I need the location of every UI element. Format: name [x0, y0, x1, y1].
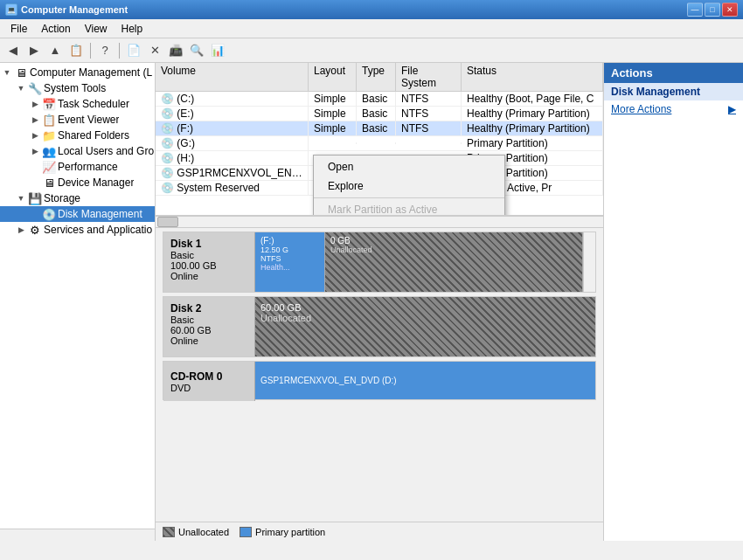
close-button[interactable]: ✕	[722, 3, 738, 17]
table-row[interactable]: 💿 (C:) Simple Basic NTFS Healthy (Boot, …	[156, 92, 603, 107]
legend-primary: Primary partition	[240, 527, 325, 537]
window-controls: — □ ✕	[687, 3, 738, 17]
ctx-open[interactable]: Open	[314, 157, 504, 176]
help-button[interactable]: ?	[95, 41, 115, 60]
tree-label-device-manager: Device Manager	[58, 176, 134, 189]
tree-label-performance: Performance	[58, 161, 118, 173]
tree-item-services[interactable]: ▶ ⚙ Services and Applicatio	[0, 222, 155, 238]
toolbar: ◀ ▶ ▲ 📋 ? 📄 ✕ 📠 🔍 📊	[0, 38, 743, 63]
tree-expand-disk-management	[28, 207, 42, 221]
up-button[interactable]: ▲	[45, 41, 65, 60]
disk-2-unalloc: 60.00 GB Unallocated	[255, 297, 595, 356]
ctx-explore[interactable]: Explore	[314, 176, 504, 196]
tree-item-device-manager[interactable]: 🖥 Device Manager	[0, 175, 155, 190]
app-icon: 💻	[5, 3, 17, 16]
actions-pane: Actions Disk Management More Actions ▶	[603, 63, 743, 541]
tree-label-shared-folders: Shared Folders	[58, 129, 129, 142]
cdrom-info: CD-ROM 0 DVD	[163, 362, 255, 401]
col-layout: Layout	[309, 63, 357, 91]
disk-1-partition-unalloc: 0 GB Unallocated	[325, 232, 583, 292]
actions-header: Actions	[604, 63, 743, 83]
tree-label-system-tools: System Tools	[44, 82, 106, 94]
cdrom-type: DVD	[170, 383, 247, 393]
disk-1-status: Online	[170, 271, 247, 281]
disk-2-type: Basic	[170, 315, 247, 325]
disk-1-name: Disk 1	[170, 238, 247, 250]
show-hide-button[interactable]: 📋	[66, 41, 86, 60]
tree-item-system-tools[interactable]: ▼ 🔧 System Tools	[0, 80, 155, 96]
disk-1-unalloc-status: Unallocated	[330, 245, 577, 254]
disk-1-partition-f-fs: NTFS	[260, 254, 319, 263]
tree-item-storage[interactable]: ▼ 💾 Storage	[0, 190, 155, 206]
tree-icon-event-viewer: 📋	[42, 113, 56, 127]
disk-1-partition-f[interactable]: (F:) 12.50 G NTFS Health...	[255, 232, 325, 292]
tree-item-disk-management[interactable]: 💿 Disk Management	[0, 206, 155, 222]
disk-1-unalloc-label: 0 GB	[330, 236, 577, 245]
disk-2-partitions: 60.00 GB Unallocated	[255, 297, 595, 356]
tree-label-task-scheduler: Task Scheduler	[58, 98, 129, 110]
col-type: Type	[357, 63, 396, 91]
tree-expand-shared-folders: ▶	[28, 128, 42, 142]
disk-1-type: Basic	[170, 250, 247, 260]
tree-item-performance[interactable]: 📈 Performance	[0, 159, 155, 175]
tree-icon-shared-folders: 📁	[42, 128, 56, 142]
disk-1-info: Disk 1 Basic 100.00 GB Online	[163, 232, 255, 292]
cdrom-name: CD-ROM 0	[170, 370, 247, 383]
disk-1-partition-f-health: Health...	[260, 263, 319, 272]
disk-1-partition-f-size: 12.50 G	[260, 245, 319, 254]
table-row[interactable]: 💿 (E:) Simple Basic NTFS Healthy (Primar…	[156, 107, 603, 121]
table-row[interactable]: 💿 (F:) Simple Basic NTFS Healthy (Primar…	[156, 121, 603, 136]
tree-item-event-viewer[interactable]: ▶ 📋 Event Viewer	[0, 112, 155, 128]
tree-item-local-users[interactable]: ▶ 👥 Local Users and Gro	[0, 143, 155, 159]
tree-item-shared-folders[interactable]: ▶ 📁 Shared Folders	[0, 128, 155, 143]
legend-bar: Unallocated Primary partition	[156, 522, 603, 541]
disk-1-scrollbar[interactable]	[583, 232, 595, 292]
tree-icon-system-tools: 🔧	[28, 81, 42, 95]
disk-2-info: Disk 2 Basic 60.00 GB Online	[163, 297, 255, 356]
menu-help[interactable]: Help	[115, 21, 150, 37]
legend-primary-label: Primary partition	[255, 527, 325, 537]
col-volume: Volume	[156, 63, 309, 91]
legend-unallocated: Unallocated	[163, 527, 229, 537]
tree-root[interactable]: ▼ 🖥 Computer Management (L	[0, 65, 155, 80]
more-actions-button[interactable]: More Actions ▶	[604, 100, 743, 118]
disk-2-unalloc-label: Unallocated	[260, 313, 590, 323]
tree-expand-storage: ▼	[14, 191, 28, 205]
menu-bar: File Action View Help	[0, 19, 743, 38]
tree-item-task-scheduler[interactable]: ▶ 📅 Task Scheduler	[0, 96, 155, 112]
disk-1-partitions: (F:) 12.50 G NTFS Health... 0 GB Unalloc…	[255, 232, 583, 292]
filter-button[interactable]: 🔍	[187, 41, 206, 60]
menu-action[interactable]: Action	[34, 21, 77, 37]
properties-button[interactable]: 📊	[208, 41, 227, 60]
export-button[interactable]: 📠	[166, 41, 185, 60]
delete-button[interactable]: ✕	[145, 41, 164, 60]
tree-expand-local-users: ▶	[28, 144, 42, 158]
title-bar: 💻 Computer Management — □ ✕	[0, 0, 743, 19]
horizontal-scrollbar[interactable]	[156, 216, 603, 228]
cdrom-label: GSP1RMCENXVOL_EN_DVD (D:)	[260, 376, 397, 385]
tree-icon-performance: 📈	[42, 160, 56, 174]
minimize-button[interactable]: —	[687, 3, 703, 17]
tree-icon-root: 🖥	[14, 66, 28, 80]
window-title: Computer Management	[21, 4, 687, 15]
tree-expand-services: ▶	[14, 223, 28, 237]
disk-2-size: 60.00 GB	[170, 325, 247, 335]
scrollbar-thumb[interactable]	[157, 217, 178, 227]
disk-block-2: Disk 2 Basic 60.00 GB Online 60.00 GB Un…	[163, 296, 596, 357]
disk-1-size: 100.00 GB	[170, 260, 247, 271]
menu-view[interactable]: View	[78, 21, 115, 37]
back-button[interactable]: ◀	[3, 41, 23, 60]
forward-button[interactable]: ▶	[24, 41, 44, 60]
new-button[interactable]: 📄	[124, 41, 143, 60]
context-menu: Open Explore Mark Partition as Active Ch…	[313, 155, 505, 216]
menu-file[interactable]: File	[3, 21, 34, 37]
tree-icon-local-users: 👥	[42, 144, 56, 158]
col-fs: File System	[396, 63, 462, 91]
table-row[interactable]: 💿 (G:) Primary Partition)	[156, 136, 603, 151]
tree-expand-system-tools: ▼	[14, 81, 28, 95]
left-pane-scrollbar[interactable]	[0, 529, 155, 541]
maximize-button[interactable]: □	[705, 3, 720, 17]
cdrom-partition[interactable]: GSP1RMCENXVOL_EN_DVD (D:)	[255, 362, 595, 399]
actions-sub-header: Disk Management	[604, 83, 743, 100]
ctx-sep-1	[314, 197, 504, 198]
